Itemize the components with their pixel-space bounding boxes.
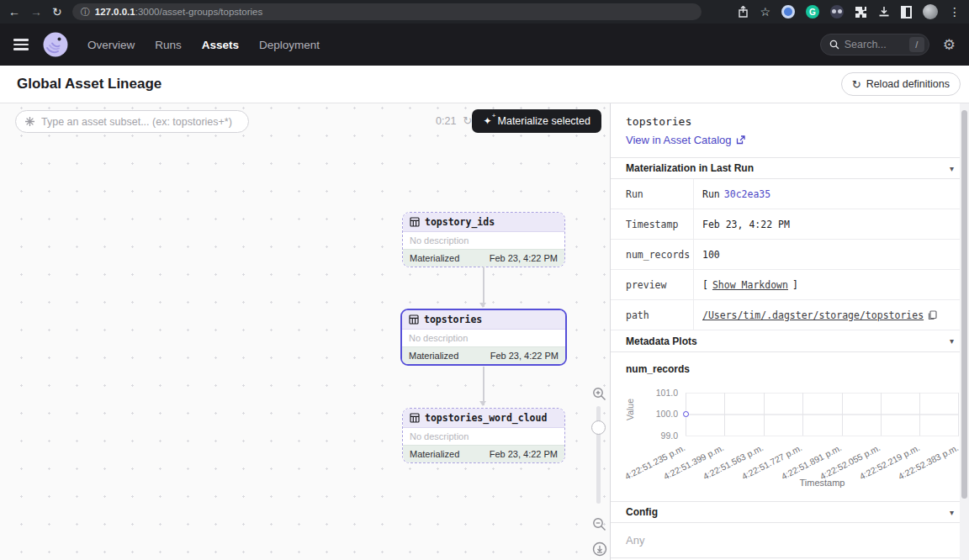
- asset-node-timestamp: Feb 23, 4:22 PM: [490, 253, 558, 263]
- asset-node-status: Materialized: [410, 253, 459, 263]
- run-id-link[interactable]: 30c2ea35: [724, 188, 770, 200]
- plot-title: num_records: [626, 363, 948, 375]
- num-records-chart: Value 101.0 100.0 99.0 4:22:51.235 p.m. …: [626, 377, 948, 491]
- nav-item-overview[interactable]: Overview: [87, 39, 135, 51]
- hamburger-menu-icon[interactable]: [13, 39, 29, 50]
- copy-icon[interactable]: [928, 310, 937, 320]
- asset-node-description: No description: [402, 330, 565, 346]
- url-path: :3000/asset-groups/topstories: [135, 7, 263, 17]
- external-link-icon: [736, 135, 745, 145]
- nav-item-assets[interactable]: Assets: [202, 39, 239, 51]
- asset-node-status: Materialized: [410, 449, 459, 459]
- table-row-preview: preview [Show Markdown]: [611, 270, 969, 300]
- chevron-down-icon: ▾: [950, 336, 954, 346]
- search-shortcut-badge: /: [909, 37, 924, 52]
- zoom-out-icon[interactable]: [592, 517, 606, 531]
- nav-items: Overview Runs Assets Deployment: [87, 39, 320, 51]
- lineage-edge: [483, 367, 484, 405]
- asset-detail-panel: topstories View in Asset Catalog Materia…: [611, 103, 969, 560]
- asset-node-status: Materialized: [409, 351, 458, 361]
- asset-node-topstories-word-cloud[interactable]: topstories_word_cloud No description Mat…: [402, 408, 565, 463]
- asset-subset-input[interactable]: [41, 116, 235, 128]
- nav-item-deployment[interactable]: Deployment: [259, 39, 320, 51]
- downloads-icon[interactable]: [878, 6, 890, 18]
- refresh-countdown: 0:21 ↻: [436, 114, 472, 127]
- search-input[interactable]: [845, 39, 903, 50]
- zoom-slider-handle[interactable]: [591, 420, 606, 435]
- url-host: 127.0.0.1: [95, 7, 135, 17]
- asset-subset-filter[interactable]: [15, 110, 249, 133]
- table-row-path: path /Users/tim/.dagster/storage/topstor…: [611, 300, 969, 330]
- share-icon[interactable]: [738, 6, 749, 18]
- section-config[interactable]: Config ▾: [611, 501, 969, 523]
- page-header: Global Asset Lineage ↻ Reload definition…: [0, 66, 969, 103]
- plot-area: [686, 393, 959, 436]
- asset-name: topstories: [626, 115, 948, 128]
- asset-filter-icon: [24, 116, 35, 127]
- panel-scrollbar[interactable]: [960, 103, 969, 560]
- asset-node-name: topstories_word_cloud: [425, 412, 547, 424]
- zoom-fit-icon[interactable]: [592, 542, 607, 557]
- chevron-down-icon: ▾: [950, 508, 954, 517]
- browser-profile-avatar[interactable]: [923, 4, 938, 19]
- browser-forward-icon[interactable]: →: [30, 6, 42, 18]
- path-link[interactable]: /Users/tim/.dagster/storage/topstories: [702, 309, 924, 321]
- browser-reload-icon[interactable]: ↻: [52, 6, 62, 18]
- extension-grammarly-icon[interactable]: G: [806, 5, 819, 18]
- section-materialization-last-run[interactable]: Materialization in Last Run ▾: [611, 157, 969, 179]
- config-value: Any: [626, 534, 948, 547]
- site-info-icon[interactable]: ⓘ: [81, 6, 90, 18]
- address-bar[interactable]: ⓘ 127.0.0.1:3000/asset-groups/topstories: [72, 3, 702, 20]
- y-tick: 100.0: [626, 409, 678, 419]
- dagster-logo[interactable]: [42, 31, 69, 58]
- lineage-edge: [483, 267, 484, 307]
- panel-scrollbar-thumb[interactable]: [961, 110, 967, 499]
- data-point[interactable]: [683, 411, 689, 417]
- chevron-down-icon: ▾: [950, 164, 954, 173]
- zoom-in-icon[interactable]: [592, 387, 606, 401]
- browser-toolbar: ← → ↻ ⓘ 127.0.0.1:3000/asset-groups/tops…: [0, 0, 969, 24]
- asset-lineage-graph[interactable]: 0:21 ↻ ✦ Materialize selected topstory_i…: [0, 103, 611, 560]
- refresh-icon[interactable]: ↻: [463, 114, 472, 127]
- asset-node-timestamp: Feb 23, 4:22 PM: [490, 351, 559, 361]
- extension-clock-icon[interactable]: [781, 5, 795, 18]
- show-markdown-link[interactable]: Show Markdown: [712, 279, 788, 291]
- table-icon: [409, 314, 419, 325]
- reload-definitions-button[interactable]: ↻ Reload definitions: [841, 72, 961, 96]
- global-search[interactable]: /: [820, 34, 929, 55]
- browser-back-icon[interactable]: ←: [8, 6, 20, 18]
- asset-node-name: topstories: [424, 314, 482, 325]
- asset-node-description: No description: [403, 428, 564, 445]
- countdown-value: 0:21: [436, 115, 456, 127]
- table-icon: [410, 217, 420, 227]
- asset-node-description: No description: [403, 232, 564, 249]
- x-axis-label: Timestamp: [686, 478, 959, 488]
- browser-menu-kebab-icon[interactable]: ⋮: [949, 6, 961, 18]
- table-row-timestamp: Timestamp Feb 23, 4:22 PM: [611, 209, 969, 240]
- asset-node-timestamp: Feb 23, 4:22 PM: [490, 449, 558, 459]
- table-row-num-records: num_records 100: [611, 240, 969, 270]
- asset-node-name: topstory_ids: [425, 216, 495, 228]
- search-icon: [829, 40, 839, 50]
- materialize-sparkle-icon: ✦: [483, 115, 491, 127]
- materialize-selected-button[interactable]: ✦ Materialize selected: [472, 109, 601, 133]
- materialization-table: Run Run 30c2ea35 Timestamp Feb 23, 4:22 …: [611, 179, 969, 330]
- page-title: Global Asset Lineage: [17, 76, 162, 92]
- table-icon: [410, 413, 420, 423]
- y-tick: 99.0: [626, 431, 678, 441]
- asset-node-topstories[interactable]: topstories No description Materialized F…: [400, 309, 567, 366]
- extensions-puzzle-icon[interactable]: [855, 6, 867, 18]
- section-metadata-plots[interactable]: Metadata Plots ▾: [611, 330, 969, 352]
- reload-icon: ↻: [852, 78, 861, 91]
- extension-goggles-icon[interactable]: [830, 5, 844, 18]
- reading-mode-icon[interactable]: [901, 6, 912, 18]
- view-in-asset-catalog-link[interactable]: View in Asset Catalog: [626, 134, 948, 146]
- table-row-run: Run Run 30c2ea35: [611, 179, 969, 209]
- app-nav: Overview Runs Assets Deployment / ⚙: [0, 24, 969, 66]
- asset-node-topstory-ids[interactable]: topstory_ids No description Materialized…: [402, 212, 565, 267]
- y-tick: 101.0: [626, 388, 678, 398]
- settings-gear-icon[interactable]: ⚙: [943, 36, 956, 54]
- bookmark-star-icon[interactable]: ☆: [760, 6, 770, 18]
- nav-item-runs[interactable]: Runs: [155, 39, 182, 51]
